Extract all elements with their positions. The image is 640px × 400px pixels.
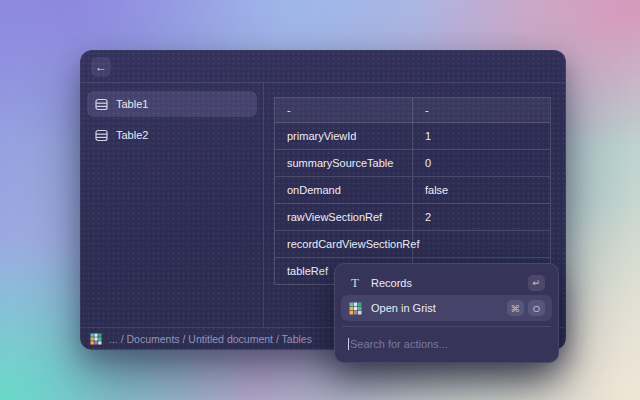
table-row[interactable]: summarySourceTable 0 bbox=[275, 150, 550, 177]
back-button[interactable]: ← bbox=[91, 57, 111, 77]
header-cell: - bbox=[413, 98, 550, 122]
o-key: O bbox=[528, 300, 545, 316]
field-name-cell: recordCardViewSectionRef bbox=[275, 231, 413, 257]
table-icon bbox=[95, 98, 108, 111]
field-value-cell: 1 bbox=[413, 123, 550, 149]
back-arrow-icon: ← bbox=[95, 61, 107, 73]
sidebar-item-table1[interactable]: Table1 bbox=[87, 91, 257, 117]
palette-item-open-in-grist[interactable]: Open in Grist ⌘ O bbox=[341, 295, 552, 321]
app-window: ← Table1 Table2 - - bbox=[80, 50, 566, 350]
palette-search bbox=[341, 332, 552, 356]
table-row[interactable]: onDemand false bbox=[275, 177, 550, 204]
sidebar-item-label: Table1 bbox=[116, 98, 148, 110]
window-body: Table1 Table2 - - primaryViewId 1 bbox=[81, 83, 565, 327]
table-row[interactable]: rawViewSectionRef 2 bbox=[275, 204, 550, 231]
command-palette: T Records ↵ Open in Grist ⌘ O bbox=[334, 263, 559, 363]
palette-item-records[interactable]: T Records ↵ bbox=[341, 270, 552, 295]
schema-table: - - primaryViewId 1 summarySourceTable 0… bbox=[274, 97, 551, 285]
enter-key-icon: ↵ bbox=[528, 275, 545, 291]
header-cell: - bbox=[275, 98, 413, 122]
table-row[interactable]: recordCardViewSectionRef bbox=[275, 231, 550, 258]
palette-item-label: Open in Grist bbox=[371, 302, 436, 314]
command-key-icon: ⌘ bbox=[507, 300, 525, 316]
sidebar-item-label: Table2 bbox=[116, 129, 148, 141]
sidebar-item-table2[interactable]: Table2 bbox=[87, 122, 257, 148]
palette-divider bbox=[342, 326, 551, 327]
titlebar: ← bbox=[81, 51, 565, 83]
table-row[interactable]: primaryViewId 1 bbox=[275, 123, 550, 150]
text-cursor bbox=[348, 338, 349, 350]
field-value-cell: 0 bbox=[413, 150, 550, 176]
search-input[interactable] bbox=[350, 338, 545, 350]
grist-logo-icon bbox=[90, 333, 102, 345]
field-value-cell: 2 bbox=[413, 204, 550, 230]
field-name-cell: rawViewSectionRef bbox=[275, 204, 413, 230]
field-value-cell: false bbox=[413, 177, 550, 203]
breadcrumb[interactable]: ... / Documents / Untitled document / Ta… bbox=[109, 333, 312, 345]
field-name-cell: primaryViewId bbox=[275, 123, 413, 149]
table-icon bbox=[95, 129, 108, 142]
text-icon: T bbox=[348, 275, 362, 291]
shortcut-keys: ⌘ O bbox=[507, 300, 546, 316]
shortcut-keys: ↵ bbox=[528, 275, 545, 291]
sidebar: Table1 Table2 bbox=[81, 83, 264, 327]
field-value-cell bbox=[413, 231, 550, 257]
grist-logo-icon bbox=[348, 302, 362, 315]
table-header-row[interactable]: - - bbox=[275, 98, 550, 123]
palette-item-label: Records bbox=[371, 277, 412, 289]
field-name-cell: onDemand bbox=[275, 177, 413, 203]
field-name-cell: summarySourceTable bbox=[275, 150, 413, 176]
